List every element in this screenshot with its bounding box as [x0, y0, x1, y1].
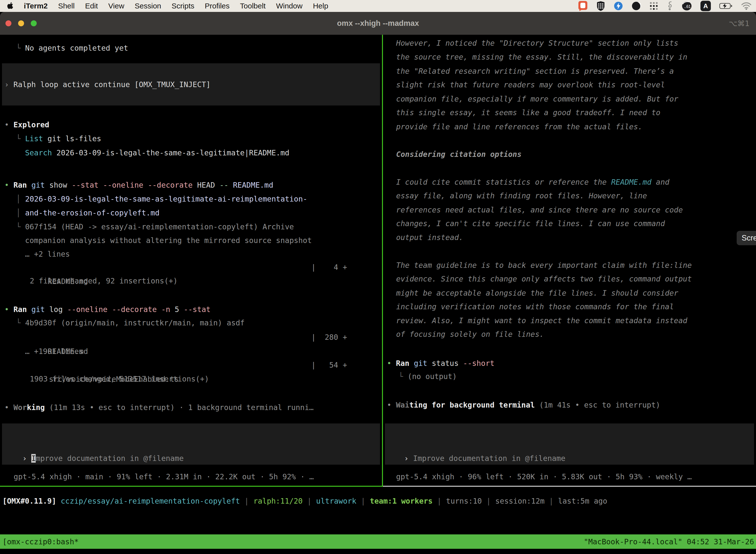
right-paragraph3-line3: might be acceptable alongside the file l…: [396, 286, 678, 300]
left-composer-prompt: ›: [22, 454, 31, 463]
left-ran-show-stat-value: | 4 +: [311, 260, 347, 274]
omx-status-line: [OMX#0.11.9] cczip/essay/ai-reimplementa…: [2, 494, 607, 508]
svg-text:..61: ..61: [684, 4, 691, 9]
tmux-vertical-pane-divider[interactable]: [382, 35, 383, 486]
right-waiting-status-line: • Waiting for background terminal (1m 41…: [387, 398, 660, 412]
pie-chart-icon[interactable]: [631, 1, 641, 11]
right-paragraph3-line4: including verification notes with those …: [396, 299, 674, 314]
right-ran-git-status-line: • Ran git status --short: [387, 356, 495, 370]
right-paragraph1-line3: the "Related research writing" section i…: [396, 64, 674, 78]
left-ran-show-summary-line: 2 files changed, 92 insertions(+): [30, 274, 178, 288]
menu-item-edit[interactable]: Edit: [85, 2, 98, 10]
left-explored-header: • Explored: [4, 118, 49, 132]
left-composer-placeholder: mprove documentation in @filename: [36, 454, 184, 463]
badge-61-icon[interactable]: ..61: [682, 1, 692, 11]
left-ran-log-stat1-value: | 280 +: [311, 330, 347, 344]
menu-item-toolbelt[interactable]: Toolbelt: [240, 2, 266, 10]
right-composer-prompt: ›: [404, 454, 413, 463]
left-working-status-line: • Working (11m 13s • esc to interrupt) ·…: [4, 400, 314, 414]
macos-menu-bar: iTerm2 Shell Edit View Session Scripts P…: [0, 0, 756, 12]
menu-item-view[interactable]: View: [108, 2, 124, 10]
left-ran-show-filename-line2: │ and-the-erosion-of-copyleft.md: [16, 206, 160, 220]
tmux-status-bar: [omx-cczip0:bash* "MacBook-Pro-44.local"…: [0, 535, 756, 549]
right-paragraph1-line4: slight risk that future readers may over…: [396, 78, 665, 92]
right-paragraph1-line7: provide file and line references from th…: [396, 120, 642, 134]
right-composer-placeholder: Improve documentation in @filename: [413, 454, 565, 463]
left-explored-list-line: └ List git ls-files: [16, 131, 101, 146]
right-paragraph1-line2: the source tree, missing the essay. Stil…: [396, 50, 687, 64]
left-ran-log-stat2-value: | 54 +: [311, 358, 347, 372]
squiggle-icon[interactable]: [667, 1, 673, 11]
right-session-status-line: gpt-5.4 xhigh · 96% left · 520K in · 5.8…: [396, 469, 692, 484]
a-app-badge-icon[interactable]: A: [700, 1, 711, 11]
right-paragraph3-line1: The team guideline is to back every impo…: [396, 258, 692, 272]
menu-item-profiles[interactable]: Profiles: [205, 2, 230, 10]
battery-charging-icon[interactable]: [719, 2, 733, 9]
right-paragraph2-line3: references need actual files, and since …: [396, 203, 683, 217]
left-ran-log-stat-line1: README.md | 280 +: [30, 330, 88, 344]
screen-overlay-tooltip: Scre: [737, 231, 756, 245]
right-paragraph2-line1: I could cite commit statistics or refere…: [396, 175, 670, 189]
tmux-session-window-label: [omx-cczip0:bash*: [0, 537, 79, 546]
right-paragraph2-line5: output instead.: [396, 230, 463, 244]
menu-item-iterm2[interactable]: iTerm2: [24, 2, 48, 10]
menu-item-shell[interactable]: Shell: [58, 2, 75, 10]
right-paragraph1-line5: companion file, especially if more comme…: [396, 92, 678, 106]
left-composer-cursor: I: [31, 454, 36, 463]
left-ran-show-filename-line1: │ 2026-03-09-is-legal-the-same-as-legiti…: [16, 192, 307, 206]
menu-item-window[interactable]: Window: [276, 2, 303, 10]
right-paragraph1-line1: However, I noticed the "Directory Struct…: [396, 36, 678, 50]
left-pane-bottom-border: [0, 486, 383, 487]
right-paragraph3-line2: evidence. Since this change only affects…: [396, 272, 692, 286]
right-composer-line: › Improve documentation in @filename: [386, 437, 565, 451]
left-ran-show-output-line2: companion analysis without altering the …: [25, 233, 312, 247]
menu-item-help[interactable]: Help: [313, 2, 328, 10]
dots-grid-icon[interactable]: [649, 1, 658, 10]
left-ran-show-stat-line: README.md | 4 +: [30, 260, 88, 274]
left-ran-log-summary-line: 1903 files changed, 513517 insertions(+): [30, 372, 209, 386]
left-ran-log-stat-line2: src/voice/voiceModeEnabled.ts | 54 +: [31, 358, 179, 372]
left-ran-git-log-line: • Ran git log --oneline --decorate -n 5 …: [4, 302, 210, 317]
right-no-output-line: └ (no output): [398, 369, 457, 384]
right-paragraph3-line5: review. Also, I might want to inspect th…: [396, 314, 687, 328]
wifi-icon[interactable]: [741, 2, 752, 10]
right-pane-bottom-border: [383, 486, 756, 487]
tmux-host-clock-label: "MacBook-Pro-44.local" 04:52 31-Mar-26: [584, 537, 756, 546]
left-ran-show-output-line1: └ 067f154 (HEAD -> essay/ai-reimplementa…: [16, 220, 294, 234]
left-history-prompt-line: › Ralph loop active continue [OMX_TMUX_I…: [4, 77, 210, 92]
left-ran-log-output-line3: … +1901 lines: [25, 344, 83, 358]
shield-keypad-icon[interactable]: [596, 1, 605, 11]
left-explored-search-line: Search 2026-03-09-is-legal-the-same-as-l…: [25, 146, 290, 160]
right-paragraph2-line2: essay file, along with finding root file…: [396, 189, 647, 203]
window-title-bar: omx --xhigh --madmax ⌥⌘1: [0, 12, 756, 35]
left-session-status-line: gpt-5.4 xhigh · main · 91% left · 2.31M …: [14, 469, 314, 484]
window-title: omx --xhigh --madmax: [0, 12, 756, 35]
right-thinking-heading: Considering citation options: [396, 147, 522, 161]
right-paragraph1-line6: this single essay, it seems like a good …: [396, 106, 660, 120]
left-no-agents-line: └ No agents completed yet: [16, 41, 128, 55]
left-ran-log-output-line1: └ 4b9d30f (origin/main, instructkr/main,…: [16, 316, 245, 330]
screenshot-app-icon[interactable]: [578, 0, 588, 11]
right-paragraph3-line6: of focusing solely on file lines.: [396, 327, 544, 341]
left-ran-git-show-line: • Ran git show --stat --oneline --decora…: [4, 178, 273, 192]
screen: iTerm2 Shell Edit View Session Scripts P…: [0, 0, 756, 554]
menu-item-session[interactable]: Session: [135, 2, 161, 10]
right-paragraph2-line4: changes, I can't cite specific file line…: [396, 216, 665, 231]
window-shortcut-badge: ⌥⌘1: [729, 12, 750, 35]
lightning-badge-icon[interactable]: [614, 1, 623, 11]
left-composer-line: › Improve documentation in @filename: [4, 437, 184, 451]
left-ran-show-output-line3: … +2 lines: [25, 247, 70, 261]
menu-item-scripts[interactable]: Scripts: [172, 2, 194, 10]
menu-bar-status-area: ..61 A: [578, 0, 756, 11]
apple-menu-icon[interactable]: [7, 2, 13, 10]
